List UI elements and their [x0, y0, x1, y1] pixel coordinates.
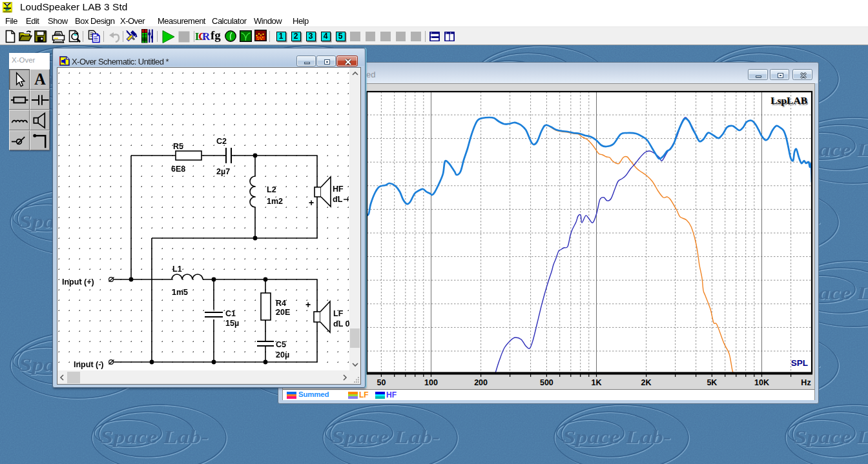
- svg-text:dL: dL: [333, 195, 343, 204]
- svg-text:Input (+): Input (+): [62, 277, 94, 287]
- svg-text:C2: C2: [216, 137, 227, 146]
- svg-text:Input (-): Input (-): [74, 360, 104, 369]
- svg-text:20E: 20E: [276, 308, 290, 317]
- svg-text:2K: 2K: [641, 378, 652, 387]
- svg-text:A: A: [34, 70, 46, 88]
- svg-text:5K: 5K: [707, 378, 717, 387]
- svg-text:15µ: 15µ: [225, 319, 239, 328]
- svg-text:LspLAB: LspLAB: [770, 95, 807, 106]
- svg-text:1m2: 1m2: [267, 197, 283, 206]
- svg-text:100: 100: [424, 378, 438, 387]
- svg-text:L1: L1: [172, 265, 182, 274]
- svg-text:200: 200: [474, 378, 488, 387]
- svg-text:1K: 1K: [592, 378, 602, 387]
- svg-text:R4: R4: [276, 299, 286, 308]
- svg-text:2µ7: 2µ7: [216, 167, 230, 176]
- svg-text:20µ: 20µ: [276, 350, 289, 359]
- svg-text:HF: HF: [333, 185, 344, 194]
- svg-text:C1: C1: [225, 309, 236, 318]
- svg-text:dL 0: dL 0: [333, 319, 349, 328]
- svg-text:L2: L2: [267, 185, 276, 194]
- svg-text:+: +: [305, 299, 311, 310]
- svg-text:6E8: 6E8: [171, 165, 185, 174]
- svg-text:1m5: 1m5: [172, 288, 188, 297]
- svg-text:500: 500: [540, 378, 553, 387]
- svg-text:Hz: Hz: [801, 378, 811, 387]
- svg-text:R5: R5: [173, 142, 183, 151]
- svg-text:C5: C5: [276, 340, 286, 349]
- svg-text:+: +: [309, 197, 314, 208]
- svg-text:LF: LF: [333, 309, 344, 318]
- svg-text:SPL: SPL: [791, 358, 808, 368]
- svg-text:10K: 10K: [754, 378, 769, 387]
- svg-text:50: 50: [377, 378, 386, 387]
